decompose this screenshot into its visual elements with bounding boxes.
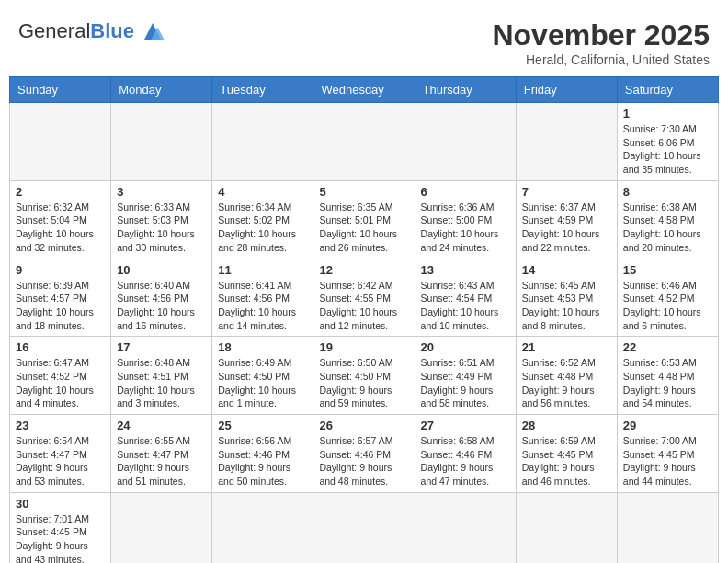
calendar-header-row: SundayMondayTuesdayWednesdayThursdayFrid… [10, 77, 719, 103]
day-number: 28 [522, 419, 611, 432]
day-info: Sunrise: 6:52 AM Sunset: 4:48 PM Dayligh… [522, 356, 611, 410]
day-info: Sunrise: 6:43 AM Sunset: 4:54 PM Dayligh… [421, 279, 510, 333]
day-info: Sunrise: 6:39 AM Sunset: 4:57 PM Dayligh… [16, 279, 105, 333]
calendar-week-row: 16Sunrise: 6:47 AM Sunset: 4:52 PM Dayli… [10, 337, 719, 415]
day-info: Sunrise: 6:48 AM Sunset: 4:51 PM Dayligh… [117, 356, 206, 410]
calendar-body: 1Sunrise: 7:30 AM Sunset: 6:06 PM Daylig… [10, 103, 719, 564]
day-info: Sunrise: 6:35 AM Sunset: 5:01 PM Dayligh… [319, 201, 408, 255]
day-info: Sunrise: 6:40 AM Sunset: 4:56 PM Dayligh… [117, 279, 206, 333]
day-number: 7 [522, 185, 611, 199]
day-number: 30 [16, 497, 105, 511]
calendar-day-cell: 20Sunrise: 6:51 AM Sunset: 4:49 PM Dayli… [415, 337, 516, 415]
day-info: Sunrise: 6:57 AM Sunset: 4:46 PM Dayligh… [319, 434, 408, 488]
day-number: 8 [623, 185, 712, 199]
calendar-day-cell [415, 103, 516, 181]
calendar-day-cell: 26Sunrise: 6:57 AM Sunset: 4:46 PM Dayli… [313, 415, 415, 493]
calendar-day-cell [313, 103, 415, 181]
day-number: 13 [421, 263, 510, 277]
day-info: Sunrise: 6:55 AM Sunset: 4:47 PM Dayligh… [117, 434, 206, 488]
day-info: Sunrise: 6:56 AM Sunset: 4:46 PM Dayligh… [218, 434, 307, 488]
calendar-day-cell: 3Sunrise: 6:33 AM Sunset: 5:03 PM Daylig… [111, 180, 212, 259]
day-info: Sunrise: 6:42 AM Sunset: 4:55 PM Dayligh… [319, 279, 408, 333]
calendar-day-cell: 23Sunrise: 6:54 AM Sunset: 4:47 PM Dayli… [10, 415, 111, 493]
calendar-header: GeneralBlue November 2025 Herald, Califo… [9, 9, 719, 72]
calendar-day-cell: 27Sunrise: 6:58 AM Sunset: 4:46 PM Dayli… [415, 415, 516, 493]
day-of-week-header: Thursday [415, 77, 516, 103]
day-info: Sunrise: 6:32 AM Sunset: 5:04 PM Dayligh… [16, 201, 105, 255]
logo: GeneralBlue [18, 18, 169, 44]
calendar-day-cell: 25Sunrise: 6:56 AM Sunset: 4:46 PM Dayli… [212, 415, 313, 493]
calendar-day-cell: 13Sunrise: 6:43 AM Sunset: 4:54 PM Dayli… [415, 259, 516, 337]
month-title: November 2025 [492, 18, 710, 52]
calendar-day-cell: 4Sunrise: 6:34 AM Sunset: 5:02 PM Daylig… [212, 180, 313, 259]
calendar-day-cell [111, 103, 212, 181]
day-info: Sunrise: 7:01 AM Sunset: 4:45 PM Dayligh… [16, 512, 105, 563]
day-of-week-header: Friday [516, 77, 617, 103]
day-number: 1 [623, 107, 712, 121]
calendar-day-cell [617, 492, 718, 563]
day-number: 14 [522, 263, 611, 277]
calendar-day-cell: 24Sunrise: 6:55 AM Sunset: 4:47 PM Dayli… [111, 415, 212, 493]
calendar-day-cell: 15Sunrise: 6:46 AM Sunset: 4:52 PM Dayli… [617, 259, 718, 337]
calendar-table: SundayMondayTuesdayWednesdayThursdayFrid… [9, 76, 719, 563]
day-number: 10 [117, 263, 206, 277]
day-number: 19 [319, 340, 408, 354]
day-info: Sunrise: 6:50 AM Sunset: 4:50 PM Dayligh… [319, 356, 408, 410]
calendar-day-cell: 28Sunrise: 6:59 AM Sunset: 4:45 PM Dayli… [516, 415, 617, 493]
calendar-day-cell [415, 492, 516, 563]
day-number: 25 [218, 419, 307, 432]
day-info: Sunrise: 6:38 AM Sunset: 4:58 PM Dayligh… [623, 201, 712, 255]
day-number: 17 [117, 340, 206, 354]
day-number: 21 [522, 340, 611, 354]
day-of-week-header: Wednesday [313, 77, 415, 103]
day-of-week-header: Sunday [10, 77, 111, 103]
day-info: Sunrise: 7:30 AM Sunset: 6:06 PM Dayligh… [623, 122, 712, 177]
day-number: 20 [421, 340, 510, 354]
day-number: 27 [421, 419, 510, 432]
day-info: Sunrise: 6:34 AM Sunset: 5:02 PM Dayligh… [218, 201, 307, 255]
calendar-week-row: 23Sunrise: 6:54 AM Sunset: 4:47 PM Dayli… [10, 415, 719, 493]
calendar-week-row: 9Sunrise: 6:39 AM Sunset: 4:57 PM Daylig… [10, 259, 719, 337]
day-info: Sunrise: 6:51 AM Sunset: 4:49 PM Dayligh… [421, 356, 510, 410]
day-info: Sunrise: 6:36 AM Sunset: 5:00 PM Dayligh… [421, 201, 510, 255]
calendar-day-cell: 5Sunrise: 6:35 AM Sunset: 5:01 PM Daylig… [313, 180, 415, 259]
calendar-day-cell: 14Sunrise: 6:45 AM Sunset: 4:53 PM Dayli… [516, 259, 617, 337]
day-info: Sunrise: 6:54 AM Sunset: 4:47 PM Dayligh… [16, 434, 105, 488]
day-headers: SundayMondayTuesdayWednesdayThursdayFrid… [10, 77, 719, 103]
calendar-day-cell: 6Sunrise: 6:36 AM Sunset: 5:00 PM Daylig… [415, 180, 516, 259]
day-number: 15 [623, 263, 712, 277]
day-number: 11 [218, 263, 307, 277]
day-info: Sunrise: 6:37 AM Sunset: 4:59 PM Dayligh… [522, 201, 611, 255]
day-number: 5 [319, 185, 408, 199]
day-info: Sunrise: 6:59 AM Sunset: 4:45 PM Dayligh… [522, 434, 611, 488]
calendar-day-cell: 30Sunrise: 7:01 AM Sunset: 4:45 PM Dayli… [10, 492, 111, 563]
calendar-day-cell [516, 492, 617, 563]
calendar-week-row: 2Sunrise: 6:32 AM Sunset: 5:04 PM Daylig… [10, 180, 719, 259]
day-number: 22 [623, 340, 712, 354]
day-number: 24 [117, 419, 206, 432]
calendar-day-cell: 21Sunrise: 6:52 AM Sunset: 4:48 PM Dayli… [516, 337, 617, 415]
calendar-day-cell: 22Sunrise: 6:53 AM Sunset: 4:48 PM Dayli… [617, 337, 718, 415]
day-info: Sunrise: 6:45 AM Sunset: 4:53 PM Dayligh… [522, 279, 611, 333]
day-number: 12 [319, 263, 408, 277]
day-number: 18 [218, 340, 307, 354]
day-number: 3 [117, 185, 206, 199]
calendar-day-cell: 12Sunrise: 6:42 AM Sunset: 4:55 PM Dayli… [313, 259, 415, 337]
calendar-day-cell [212, 103, 313, 181]
day-of-week-header: Monday [111, 77, 212, 103]
day-info: Sunrise: 7:00 AM Sunset: 4:45 PM Dayligh… [623, 434, 712, 488]
day-number: 23 [16, 419, 105, 432]
calendar-day-cell: 18Sunrise: 6:49 AM Sunset: 4:50 PM Dayli… [212, 337, 313, 415]
day-info: Sunrise: 6:41 AM Sunset: 4:56 PM Dayligh… [218, 279, 307, 333]
day-info: Sunrise: 6:53 AM Sunset: 4:48 PM Dayligh… [623, 356, 712, 410]
logo-text: GeneralBlue [18, 21, 134, 41]
calendar-day-cell: 29Sunrise: 7:00 AM Sunset: 4:45 PM Dayli… [617, 415, 718, 493]
day-number: 26 [319, 419, 408, 432]
day-number: 2 [16, 185, 105, 199]
day-number: 6 [421, 185, 510, 199]
calendar-day-cell [313, 492, 415, 563]
calendar-day-cell: 17Sunrise: 6:48 AM Sunset: 4:51 PM Dayli… [111, 337, 212, 415]
calendar-day-cell: 7Sunrise: 6:37 AM Sunset: 4:59 PM Daylig… [516, 180, 617, 259]
calendar-day-cell: 9Sunrise: 6:39 AM Sunset: 4:57 PM Daylig… [10, 259, 111, 337]
calendar-day-cell: 10Sunrise: 6:40 AM Sunset: 4:56 PM Dayli… [111, 259, 212, 337]
